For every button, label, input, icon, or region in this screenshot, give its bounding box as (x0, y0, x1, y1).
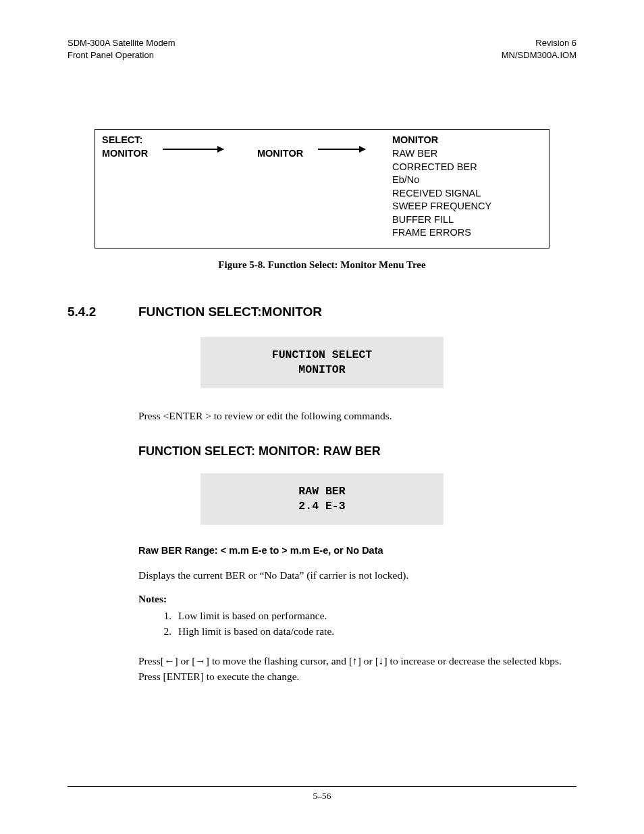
header-left: SDM-300A Satellite Modem Front Panel Ope… (68, 37, 176, 61)
lcd-display: RAW BER 2.4 E-3 (200, 473, 444, 525)
body-paragraph: Press[←] or [→] to move the flashing cur… (138, 654, 576, 684)
menu-item: BUFFER FILL (392, 213, 542, 227)
menu-select-label: SELECT: (102, 134, 163, 147)
lcd-line-1: RAW BER (207, 484, 437, 499)
menu-item: FRAME ERRORS (392, 226, 542, 240)
header-product: SDM-300A Satellite Modem (68, 37, 176, 49)
lcd-display: FUNCTION SELECT MONITOR (200, 337, 444, 389)
note-item: Low limit is based on performance. (174, 608, 576, 623)
menu-item: RECEIVED SIGNAL (392, 187, 542, 201)
section-heading: 5.4.2 FUNCTION SELECT:MONITOR (68, 305, 576, 319)
menu-item: CORRECTED BER (392, 161, 542, 174)
lcd-line-2: 2.4 E-3 (207, 499, 437, 514)
figure-caption: Figure 5-8. Function Select: Monitor Men… (68, 259, 576, 271)
page-header: SDM-300A Satellite Modem Front Panel Ope… (68, 37, 576, 61)
document-page: SDM-300A Satellite Modem Front Panel Ope… (0, 0, 644, 834)
notes-heading: Notes: (138, 593, 576, 605)
menu-monitor-label-2: MONITOR (257, 148, 303, 159)
subsection-heading: FUNCTION SELECT: MONITOR: RAW BER (138, 444, 576, 459)
section-title: FUNCTION SELECT:MONITOR (138, 305, 322, 319)
menu-level-2: MONITOR (257, 134, 318, 161)
menu-item: SWEEP FREQUENCY (392, 200, 542, 213)
menu-tree-diagram: SELECT: MONITOR MONITOR MONITOR RAW BER … (95, 129, 549, 249)
lcd-line-1: FUNCTION SELECT (207, 348, 437, 363)
menu-monitor-label-3: MONITOR (392, 134, 542, 147)
note-item: High limit is based on data/code rate. (174, 623, 576, 639)
page-number: 5–56 (0, 791, 644, 802)
section-number: 5.4.2 (68, 305, 138, 319)
footer-rule (68, 786, 576, 787)
menu-item: Eb/No (392, 174, 542, 187)
header-docid: MN/SDM300A.IOM (502, 49, 576, 61)
menu-item: RAW BER (392, 147, 542, 161)
menu-level-3: MONITOR RAW BER CORRECTED BER Eb/No RECE… (392, 134, 542, 240)
arrow-icon (163, 134, 257, 150)
arrow-icon (318, 134, 392, 150)
header-revision: Revision 6 (502, 37, 576, 49)
lcd-line-2: MONITOR (207, 363, 437, 377)
menu-monitor-label-1: MONITOR (102, 147, 163, 161)
header-right: Revision 6 MN/SDM300A.IOM (502, 37, 576, 61)
body-paragraph: Displays the current BER or “No Data” (i… (138, 568, 576, 583)
range-spec: Raw BER Range: < m.m E-e to > m.m E-e, o… (138, 545, 576, 556)
menu-level-1: SELECT: MONITOR (102, 134, 163, 160)
header-chapter: Front Panel Operation (68, 49, 176, 61)
body-paragraph: Press <ENTER > to review or edit the fol… (138, 409, 576, 423)
notes-list: Low limit is based on performance. High … (68, 608, 576, 640)
